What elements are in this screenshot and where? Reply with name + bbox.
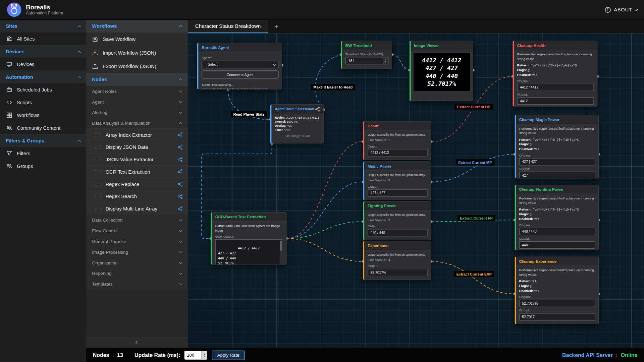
node-cleanup-experience[interactable]: Cleanup Experience Performs live regex-b… (515, 256, 599, 324)
original-field[interactable]: 440 / 440 (519, 228, 595, 235)
node-cleanup-magic-power[interactable]: Cleanup Magic Power Performs live regex-… (515, 115, 599, 179)
output-field[interactable]: 440 (519, 241, 595, 249)
palette-item-ocr-text-extraction[interactable]: ⋮⋮ OCR Text Extraction (86, 165, 187, 178)
output-field[interactable]: 427 (519, 171, 595, 178)
drag-handle-icon[interactable]: ⋮⋮ (94, 181, 102, 187)
agent-select[interactable]: -- Select -- (202, 61, 278, 68)
output-field[interactable]: 52.7017 (519, 313, 595, 320)
original-field[interactable]: 4412 / 4412 (517, 83, 594, 91)
palette-item-json-value-extractor[interactable]: ⋮⋮ JSON Value Extractor (86, 153, 187, 166)
output-field[interactable]: 52.7017% (368, 269, 428, 276)
node-fighting-power[interactable]: Fighting Power Output a specific line fr… (363, 201, 431, 240)
sidebar-section-sites[interactable]: Sites (0, 20, 86, 33)
drag-handle-icon[interactable]: ⋮⋮ (94, 169, 102, 174)
node-cleanup-fighting-power[interactable]: Cleanup Fighting Power Performs live reg… (515, 185, 599, 250)
share-icon[interactable] (177, 206, 183, 212)
palette-item-regex-search[interactable]: ⋮⋮ Regex Search (86, 190, 187, 202)
edge-label-make-it-easier[interactable]: Make it Easier to Read (311, 84, 355, 90)
line-number-label: Line Number: (368, 258, 387, 262)
node-borealis-agent[interactable]: Borealis Agent Agent: -- Select -- Conne… (197, 43, 282, 89)
chevron-down-icon (179, 239, 182, 243)
node-ocr-text-extraction[interactable]: OCR-Based Text Extraction Extract Multi-… (211, 212, 287, 265)
stepper-icon[interactable]: ▴▾ (201, 351, 207, 359)
backend-label: Backend API Server (562, 352, 613, 358)
workflows-panel-header[interactable]: Workflows (86, 20, 187, 33)
import-workflow-button[interactable]: Import Workflow (JSON) (86, 46, 187, 59)
edge-label-extract-current-fp[interactable]: Extract Current FP (458, 215, 495, 221)
palette-item-regex-replace[interactable]: ⋮⋮ Regex Replace (86, 178, 187, 190)
sidebar-item-all-sites[interactable]: All Sites (0, 33, 86, 45)
image-viewer-screen: 4412 / 4412 427 / 427 440 / 440 52.7017% (414, 53, 470, 91)
edge-label-extract-current-exp[interactable]: Extract Current EXP (454, 271, 494, 277)
category-alerting[interactable]: Alerting (86, 107, 187, 118)
sidebar-section-filters-groups[interactable]: Filters & Groups (0, 134, 86, 147)
drag-handle-icon[interactable]: ⋮⋮ (94, 206, 102, 212)
nodes-panel-header[interactable]: Nodes (86, 73, 187, 86)
category-general-purpose[interactable]: General Purpose (86, 236, 187, 247)
output-field[interactable]: 427 { 427 (368, 189, 428, 197)
ocr-output-textarea[interactable]: 4412 / 4412 427 { 427 440 / 440 52.7017% (215, 239, 283, 264)
sidebar-item-filters[interactable]: Filters (0, 147, 86, 160)
share-icon[interactable] (315, 107, 320, 112)
share-icon[interactable] (177, 157, 183, 162)
edge-label-read-player-stats[interactable]: Read Player Stats (231, 111, 267, 117)
category-data-analysis[interactable]: Data Analysis & Manipulation (86, 118, 187, 128)
borealis-logo-icon[interactable] (7, 2, 22, 17)
node-experience[interactable]: Experience Output a specific line from a… (363, 241, 431, 280)
category-agent-roles[interactable]: Agent Roles (86, 86, 187, 97)
category-flow-control[interactable]: Flow Control (86, 225, 187, 236)
category-image-processing[interactable]: Image Processing (86, 247, 187, 257)
original-field[interactable]: 52.7017% (519, 299, 595, 307)
category-reporting[interactable]: Reporting (86, 268, 187, 279)
output-field[interactable]: 4412 (517, 97, 594, 105)
category-agent[interactable]: Agent (86, 97, 187, 107)
apply-rate-button[interactable]: Apply Rate (212, 350, 245, 360)
share-icon[interactable] (177, 194, 183, 199)
node-image-viewer[interactable]: Image Viewer 4412 / 4412 427 / 427 440 /… (410, 41, 473, 101)
edge-label-extract-current-mp[interactable]: Extract Current MP (456, 159, 494, 165)
palette-item-display-json-data[interactable]: ⋮⋮ Display JSON Data (86, 141, 187, 153)
drag-handle-icon[interactable]: ⋮⋮ (94, 194, 102, 199)
category-templates[interactable]: Templates (86, 279, 187, 289)
scrollbar-thumb[interactable] (280, 240, 282, 251)
category-data-collection[interactable]: Data Collection (86, 215, 187, 225)
share-icon[interactable] (177, 144, 183, 150)
sidebar-item-workflows[interactable]: Workflows (0, 109, 86, 121)
sidebar-section-devices[interactable]: Devices (0, 45, 86, 58)
drag-handle-icon[interactable]: ⋮⋮ (94, 144, 102, 150)
palette-item-display-multiline-array[interactable]: ⋮⋮ Display Multi-Line Array (86, 202, 187, 215)
update-rate-input[interactable]: 100 ▴▾ (184, 351, 207, 359)
drag-handle-icon[interactable]: ⋮⋮ (94, 132, 102, 137)
threshold-input[interactable]: 181 ▴▾ (345, 57, 389, 64)
sidebar-item-community-content[interactable]: Community Content (0, 121, 86, 134)
share-icon[interactable] (177, 169, 183, 174)
node-cleanup-health[interactable]: Cleanup Health Performs live regex-based… (513, 41, 597, 107)
node-magic-power[interactable]: Magic Power Output a specific line from … (363, 161, 431, 200)
save-workflow-button[interactable]: Save Workflow (86, 33, 187, 46)
node-agent-role-screenshot[interactable]: Agent Role: Screenshot Region: X:200 Y:4… (270, 104, 324, 144)
export-workflow-button[interactable]: Export Workflow (JSON) (86, 60, 187, 73)
edge-label-extract-current-hp[interactable]: Extract Current HP (455, 104, 493, 110)
drag-handle-icon[interactable]: ⋮⋮ (94, 157, 102, 162)
category-organization[interactable]: Organization (86, 257, 187, 268)
output-field[interactable]: 4412 / 4412 (368, 149, 428, 157)
node-bw-threshold[interactable]: BW Threshold Threshold Strength (0–255):… (341, 41, 392, 69)
sidebar-item-groups[interactable]: Groups (0, 160, 86, 172)
sidebar-item-scheduled-jobs[interactable]: Scheduled Jobs (0, 83, 86, 96)
new-tab-button[interactable]: + (268, 20, 284, 33)
output-field[interactable]: 440 / 440 (368, 229, 428, 236)
workflow-canvas[interactable]: Read Player Stats Make it Easier to Read… (188, 33, 644, 348)
share-icon[interactable] (177, 132, 183, 137)
original-field[interactable]: 427 { 427 (519, 158, 595, 165)
node-health[interactable]: Health Output a specific line from an up… (363, 121, 431, 160)
collapse-panel-button[interactable] (86, 336, 187, 348)
palette-item-array-index-extractor[interactable]: ⋮⋮ Array Index Extractor (86, 128, 187, 141)
sidebar-section-automation[interactable]: Automation (0, 71, 86, 83)
sidebar-item-devices[interactable]: Devices (0, 58, 86, 71)
about-menu[interactable]: ABOUT (604, 6, 637, 13)
share-icon[interactable] (177, 181, 183, 187)
connect-to-agent-button[interactable]: Connect to Agent (202, 71, 278, 78)
tab-character-status-breakdown[interactable]: Character Status Breakdown (188, 20, 268, 33)
sidebar-item-scripts[interactable]: Scripts (0, 96, 86, 109)
stepper-icon[interactable]: ▴▾ (383, 57, 388, 64)
